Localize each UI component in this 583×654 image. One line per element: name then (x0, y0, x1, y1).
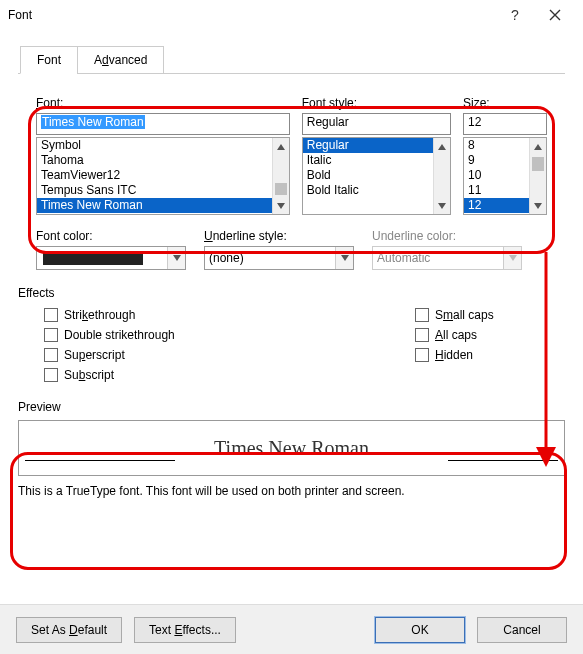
scroll-down-icon[interactable] (530, 197, 546, 214)
fontcolor-label: Font color: (36, 229, 186, 243)
fontstyle-input[interactable]: Regular (302, 113, 451, 135)
size-input[interactable]: 12 (463, 113, 547, 135)
scroll-up-icon[interactable] (273, 138, 289, 155)
underlinecolor-label: Underline color: (372, 229, 522, 243)
effects-label: Effects (18, 286, 565, 300)
list-item[interactable]: 12 (464, 198, 529, 213)
list-item[interactable]: 8 (464, 138, 529, 153)
titlebar: Font ? (0, 0, 583, 30)
checkbox-superscript[interactable]: Superscript (44, 348, 415, 362)
font-listbox[interactable]: Symbol Tahoma TeamViewer12 Tempus Sans I… (36, 137, 290, 215)
text-effects-button[interactable]: Text Effects... (134, 617, 236, 643)
scroll-up-icon[interactable] (530, 138, 546, 155)
size-section: Size: 12 8 9 10 11 12 (463, 96, 547, 215)
list-item[interactable]: Tahoma (37, 153, 272, 168)
font-input[interactable]: Times New Roman (36, 113, 290, 135)
scroll-down-icon[interactable] (273, 197, 289, 214)
checkbox-hidden[interactable]: Hidden (415, 348, 565, 362)
fontstyle-listbox[interactable]: Regular Italic Bold Bold Italic (302, 137, 451, 215)
checkbox-strikethrough[interactable]: Strikethrough (44, 308, 415, 322)
scrollbar[interactable] (529, 138, 546, 214)
list-item[interactable]: Regular (303, 138, 433, 153)
preview-line (25, 460, 175, 461)
effects-section: Effects Strikethrough Double strikethrou… (18, 286, 565, 382)
list-item[interactable]: Bold Italic (303, 183, 433, 198)
preview-box: Times New Roman (18, 420, 565, 476)
list-item[interactable]: Tempus Sans ITC (37, 183, 272, 198)
list-item[interactable]: Bold (303, 168, 433, 183)
underlinecolor-combo: Automatic (372, 246, 522, 270)
list-item[interactable]: 10 (464, 168, 529, 183)
tab-body: Font: Times New Roman Symbol Tahoma Team… (18, 96, 565, 498)
list-item[interactable]: 9 (464, 153, 529, 168)
underlinestyle-combo[interactable]: (none) (204, 246, 354, 270)
size-label: Size: (463, 96, 547, 110)
button-bar: Set As Default Text Effects... OK Cancel (0, 604, 583, 654)
underlinestyle-label: Underline style: (204, 229, 354, 243)
preview-info: This is a TrueType font. This font will … (18, 484, 565, 498)
preview-label: Preview (18, 400, 565, 414)
checkbox-allcaps[interactable]: All caps (415, 328, 565, 342)
close-icon[interactable] (535, 0, 575, 30)
tabstrip: Font Advanced (20, 46, 565, 74)
scrollbar[interactable] (433, 138, 450, 214)
preview-text: Times New Roman (214, 437, 369, 460)
chevron-down-icon (503, 247, 521, 269)
list-item[interactable]: Italic (303, 153, 433, 168)
size-listbox[interactable]: 8 9 10 11 12 (463, 137, 547, 215)
chevron-down-icon[interactable] (167, 247, 185, 269)
checkbox-double-strikethrough[interactable]: Double strikethrough (44, 328, 415, 342)
scrollbar[interactable] (272, 138, 289, 214)
checkbox-smallcaps[interactable]: Small caps (415, 308, 565, 322)
fontstyle-section: Font style: Regular Regular Italic Bold … (302, 96, 451, 215)
fontcolor-combo[interactable] (36, 246, 186, 270)
list-item[interactable]: TeamViewer12 (37, 168, 272, 183)
fontcolor-section: Font color: (36, 229, 186, 270)
checkbox-subscript[interactable]: Subscript (44, 368, 415, 382)
preview-section: Preview Times New Roman This is a TrueTy… (18, 400, 565, 498)
tab-font[interactable]: Font (20, 46, 78, 74)
list-item[interactable]: Symbol (37, 138, 272, 153)
dialog-content: Font Advanced Font: Times New Roman Symb… (0, 30, 583, 504)
set-as-default-button[interactable]: Set As Default (16, 617, 122, 643)
fontstyle-label: Font style: (302, 96, 451, 110)
underlinecolor-section: Underline color: Automatic (372, 229, 522, 270)
window-title: Font (8, 8, 495, 22)
scroll-down-icon[interactable] (434, 197, 450, 214)
list-item[interactable]: 11 (464, 183, 529, 198)
preview-line (448, 460, 558, 461)
font-label: Font: (36, 96, 290, 110)
cancel-button[interactable]: Cancel (477, 617, 567, 643)
tab-advanced[interactable]: Advanced (77, 46, 164, 74)
font-section: Font: Times New Roman Symbol Tahoma Team… (36, 96, 290, 215)
help-icon[interactable]: ? (495, 0, 535, 30)
scroll-up-icon[interactable] (434, 138, 450, 155)
color-swatch (43, 251, 143, 265)
list-item[interactable]: Times New Roman (37, 198, 272, 213)
chevron-down-icon[interactable] (335, 247, 353, 269)
underlinestyle-section: Underline style: (none) (204, 229, 354, 270)
ok-button[interactable]: OK (375, 617, 465, 643)
